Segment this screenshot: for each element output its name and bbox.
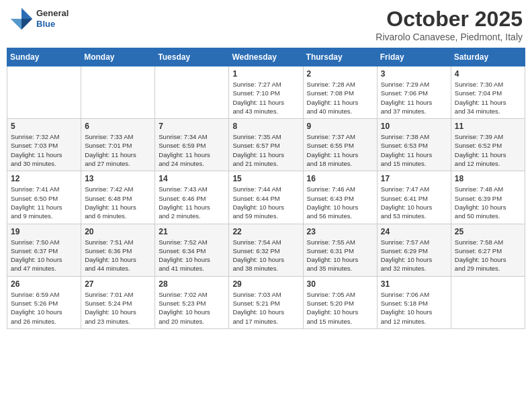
day-number: 1 (232, 69, 299, 79)
day-info: Sunrise: 7:47 AM Sunset: 6:41 PM Dayligh… (381, 185, 447, 220)
day-number: 24 (381, 227, 447, 236)
calendar-cell: 9Sunrise: 7:37 AM Sunset: 6:55 PM Daylig… (303, 119, 377, 171)
calendar-cell: 25Sunrise: 7:58 AM Sunset: 6:27 PM Dayli… (451, 224, 525, 276)
calendar-cell: 27Sunrise: 7:01 AM Sunset: 5:24 PM Dayli… (81, 276, 155, 328)
day-number: 17 (381, 174, 447, 183)
day-info: Sunrise: 7:27 AM Sunset: 7:10 PM Dayligh… (232, 80, 299, 116)
day-info: Sunrise: 7:06 AM Sunset: 5:18 PM Dayligh… (381, 290, 447, 326)
calendar-cell: 13Sunrise: 7:42 AM Sunset: 6:48 PM Dayli… (81, 171, 155, 224)
day-info: Sunrise: 7:37 AM Sunset: 6:55 PM Dayligh… (307, 132, 373, 168)
day-info: Sunrise: 7:30 AM Sunset: 7:04 PM Dayligh… (455, 80, 521, 116)
calendar-cell: 12Sunrise: 7:41 AM Sunset: 6:50 PM Dayli… (7, 171, 81, 224)
logo-icon (9, 7, 34, 31)
day-number: 15 (232, 174, 299, 183)
calendar-cell: 28Sunrise: 7:02 AM Sunset: 5:23 PM Dayli… (155, 276, 229, 328)
day-info: Sunrise: 7:02 AM Sunset: 5:23 PM Dayligh… (159, 290, 225, 326)
title-block: October 2025 Rivarolo Canavese, Piedmont… (375, 7, 523, 42)
weekday-header-wednesday: Wednesday (229, 48, 303, 66)
day-info: Sunrise: 7:39 AM Sunset: 6:52 PM Dayligh… (455, 132, 521, 168)
day-number: 7 (159, 122, 225, 131)
day-info: Sunrise: 6:59 AM Sunset: 5:26 PM Dayligh… (11, 290, 77, 326)
calendar-cell: 18Sunrise: 7:48 AM Sunset: 6:39 PM Dayli… (451, 171, 525, 224)
day-info: Sunrise: 7:48 AM Sunset: 6:39 PM Dayligh… (455, 185, 521, 220)
logo-general: General (36, 8, 69, 19)
day-number: 9 (307, 122, 373, 131)
calendar-cell: 23Sunrise: 7:55 AM Sunset: 6:31 PM Dayli… (303, 224, 377, 276)
day-info: Sunrise: 7:01 AM Sunset: 5:24 PM Dayligh… (85, 290, 151, 326)
calendar-cell: 21Sunrise: 7:52 AM Sunset: 6:34 PM Dayli… (155, 224, 229, 276)
calendar-cell: 5Sunrise: 7:32 AM Sunset: 7:03 PM Daylig… (7, 119, 81, 171)
svg-marker-0 (21, 8, 32, 19)
calendar-cell: 7Sunrise: 7:34 AM Sunset: 6:59 PM Daylig… (155, 119, 229, 171)
day-number: 19 (11, 227, 77, 236)
calendar-cell: 2Sunrise: 7:28 AM Sunset: 7:08 PM Daylig… (303, 66, 377, 119)
calendar-cell: 24Sunrise: 7:57 AM Sunset: 6:29 PM Dayli… (377, 224, 451, 276)
calendar-table: SundayMondayTuesdayWednesdayThursdayFrid… (7, 48, 525, 329)
day-info: Sunrise: 7:52 AM Sunset: 6:34 PM Dayligh… (159, 238, 225, 273)
calendar-cell (451, 276, 525, 328)
location-subtitle: Rivarolo Canavese, Piedmont, Italy (375, 32, 523, 42)
day-number: 11 (455, 122, 521, 131)
calendar-cell (7, 66, 81, 119)
calendar-cell (155, 66, 229, 119)
weekday-header-thursday: Thursday (303, 48, 377, 66)
calendar-cell: 30Sunrise: 7:05 AM Sunset: 5:20 PM Dayli… (303, 276, 377, 328)
logo-text: General Blue (36, 8, 69, 29)
weekday-header-saturday: Saturday (451, 48, 525, 66)
day-info: Sunrise: 7:58 AM Sunset: 6:27 PM Dayligh… (455, 238, 521, 273)
calendar-cell: 6Sunrise: 7:33 AM Sunset: 7:01 PM Daylig… (81, 119, 155, 171)
day-number: 28 (159, 279, 225, 289)
day-info: Sunrise: 7:28 AM Sunset: 7:08 PM Dayligh… (307, 80, 373, 116)
day-number: 3 (381, 69, 447, 79)
day-number: 5 (11, 122, 77, 131)
day-info: Sunrise: 7:38 AM Sunset: 6:53 PM Dayligh… (381, 132, 447, 168)
calendar-cell: 31Sunrise: 7:06 AM Sunset: 5:18 PM Dayli… (377, 276, 451, 328)
day-info: Sunrise: 7:03 AM Sunset: 5:21 PM Dayligh… (232, 290, 299, 326)
calendar-week-4: 19Sunrise: 7:50 AM Sunset: 6:37 PM Dayli… (7, 224, 525, 276)
calendar-week-2: 5Sunrise: 7:32 AM Sunset: 7:03 PM Daylig… (7, 119, 525, 171)
day-number: 31 (381, 279, 447, 289)
weekday-header-row: SundayMondayTuesdayWednesdayThursdayFrid… (7, 48, 525, 66)
day-number: 13 (85, 174, 151, 183)
day-info: Sunrise: 7:55 AM Sunset: 6:31 PM Dayligh… (307, 238, 373, 273)
day-info: Sunrise: 7:05 AM Sunset: 5:20 PM Dayligh… (307, 290, 373, 326)
day-number: 21 (159, 227, 225, 236)
day-number: 29 (232, 279, 299, 289)
calendar-cell: 4Sunrise: 7:30 AM Sunset: 7:04 PM Daylig… (451, 66, 525, 119)
day-info: Sunrise: 7:54 AM Sunset: 6:32 PM Dayligh… (232, 238, 299, 273)
calendar-cell: 22Sunrise: 7:54 AM Sunset: 6:32 PM Dayli… (229, 224, 303, 276)
day-info: Sunrise: 7:42 AM Sunset: 6:48 PM Dayligh… (85, 185, 151, 220)
weekday-header-tuesday: Tuesday (155, 48, 229, 66)
day-number: 20 (85, 227, 151, 236)
calendar-cell: 20Sunrise: 7:51 AM Sunset: 6:36 PM Dayli… (81, 224, 155, 276)
day-number: 30 (307, 279, 373, 289)
day-info: Sunrise: 7:33 AM Sunset: 7:01 PM Dayligh… (85, 132, 151, 168)
calendar-cell: 10Sunrise: 7:38 AM Sunset: 6:53 PM Dayli… (377, 119, 451, 171)
day-number: 2 (307, 69, 373, 79)
calendar-cell: 16Sunrise: 7:46 AM Sunset: 6:43 PM Dayli… (303, 171, 377, 224)
day-number: 10 (381, 122, 447, 131)
day-number: 22 (232, 227, 299, 236)
day-number: 6 (85, 122, 151, 131)
logo: General Blue (9, 7, 69, 31)
calendar-cell: 29Sunrise: 7:03 AM Sunset: 5:21 PM Dayli… (229, 276, 303, 328)
day-info: Sunrise: 7:29 AM Sunset: 7:06 PM Dayligh… (381, 80, 447, 116)
calendar-cell: 3Sunrise: 7:29 AM Sunset: 7:06 PM Daylig… (377, 66, 451, 119)
weekday-header-friday: Friday (377, 48, 451, 66)
svg-marker-1 (21, 19, 32, 30)
calendar-cell: 11Sunrise: 7:39 AM Sunset: 6:52 PM Dayli… (451, 119, 525, 171)
page-header: General Blue October 2025 Rivarolo Canav… (7, 7, 525, 42)
day-number: 12 (11, 174, 77, 183)
day-number: 16 (307, 174, 373, 183)
day-info: Sunrise: 7:32 AM Sunset: 7:03 PM Dayligh… (11, 132, 77, 168)
day-number: 4 (455, 69, 521, 79)
weekday-header-sunday: Sunday (7, 48, 81, 66)
month-title: October 2025 (375, 7, 523, 32)
day-number: 26 (11, 279, 77, 289)
day-number: 14 (159, 174, 225, 183)
day-info: Sunrise: 7:57 AM Sunset: 6:29 PM Dayligh… (381, 238, 447, 273)
calendar-week-5: 26Sunrise: 6:59 AM Sunset: 5:26 PM Dayli… (7, 276, 525, 328)
calendar-cell: 1Sunrise: 7:27 AM Sunset: 7:10 PM Daylig… (229, 66, 303, 119)
day-number: 25 (455, 227, 521, 236)
svg-marker-2 (11, 19, 21, 30)
